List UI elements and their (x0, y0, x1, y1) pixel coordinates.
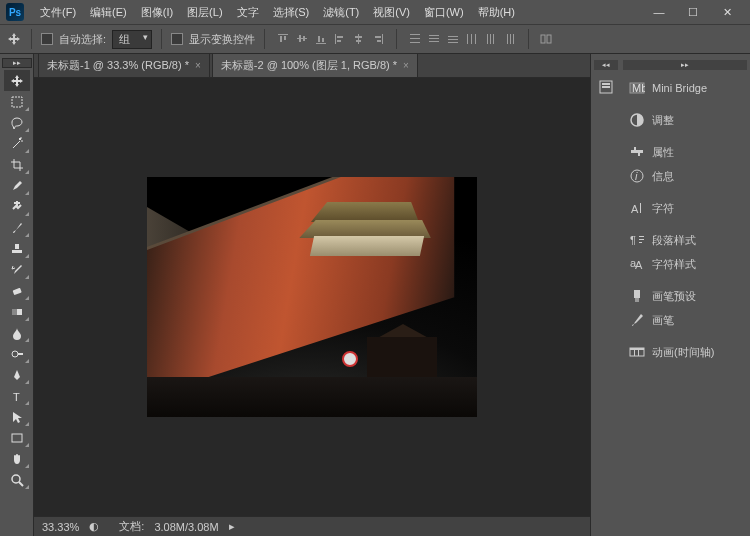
panel-brush[interactable]: 画笔 (620, 308, 750, 332)
right-collapse-2[interactable]: ▸▸ (623, 60, 747, 70)
panel-para[interactable]: ¶段落样式 (620, 228, 750, 252)
status-preview-icon[interactable]: ◐ (89, 520, 99, 533)
svg-rect-26 (448, 42, 458, 43)
tab-doc-1[interactable]: 未标题-1 @ 33.3% (RGB/8) *× (38, 53, 210, 77)
menu-help[interactable]: 帮助(H) (472, 2, 521, 23)
align-right-icon[interactable] (369, 30, 387, 48)
svg-rect-12 (358, 34, 359, 44)
align-left-icon[interactable] (331, 30, 349, 48)
panel-label: 信息 (652, 169, 674, 184)
heal-tool[interactable] (4, 196, 30, 217)
svg-rect-10 (337, 36, 343, 38)
cstyle-icon: aA (628, 256, 646, 272)
panel-info[interactable]: i信息 (620, 164, 750, 188)
status-menu-icon[interactable]: ▸ (229, 520, 235, 533)
stamp-tool[interactable] (4, 238, 30, 259)
blur-tool[interactable] (4, 322, 30, 343)
panel-cstyle[interactable]: aA字符样式 (620, 252, 750, 276)
maximize-button[interactable]: ☐ (680, 5, 706, 19)
wand-tool[interactable] (4, 133, 30, 154)
panel-char[interactable]: A字符 (620, 196, 750, 220)
auto-select-target[interactable]: 组 (112, 30, 152, 49)
panel-adjust[interactable]: 调整 (620, 108, 750, 132)
tab-doc-1-label: 未标题-1 @ 33.3% (RGB/8) * (47, 58, 189, 73)
svg-rect-28 (471, 34, 472, 44)
svg-rect-30 (487, 34, 488, 44)
menu-select[interactable]: 选择(S) (267, 2, 316, 23)
panel-timeline[interactable]: 动画(时间轴) (620, 340, 750, 364)
minimize-button[interactable]: — (646, 5, 672, 19)
menu-edit[interactable]: 编辑(E) (84, 2, 133, 23)
panel-props[interactable]: 属性 (620, 140, 750, 164)
menu-window[interactable]: 窗口(W) (418, 2, 470, 23)
tool-collapse-toggle[interactable]: ▸▸ (2, 58, 32, 68)
menu-image[interactable]: 图像(I) (135, 2, 179, 23)
svg-rect-45 (12, 309, 17, 315)
svg-rect-33 (507, 34, 508, 44)
menu-view[interactable]: 视图(V) (367, 2, 416, 23)
dist-vcenter-icon[interactable] (425, 30, 443, 48)
align-bottom-icon[interactable] (312, 30, 330, 48)
dist-left-icon[interactable] (463, 30, 481, 48)
panel-mb[interactable]: MbMini Bridge (620, 76, 750, 100)
svg-rect-59 (634, 147, 636, 150)
align-top-icon[interactable] (274, 30, 292, 48)
svg-rect-15 (382, 34, 383, 44)
align-vcenter-icon[interactable] (293, 30, 311, 48)
svg-rect-29 (475, 34, 476, 44)
options-bar: 自动选择: 组 显示变换控件 (0, 24, 750, 54)
doc-size-label: 文档: (119, 519, 144, 534)
close-button[interactable]: ✕ (714, 5, 740, 19)
dist-top-icon[interactable] (406, 30, 424, 48)
dist-right-icon[interactable] (501, 30, 519, 48)
svg-rect-21 (429, 35, 439, 36)
close-tab-1-icon[interactable]: × (195, 60, 201, 71)
svg-rect-11 (337, 40, 341, 42)
path-select-tool[interactable] (4, 406, 30, 427)
brush-tool[interactable] (4, 217, 30, 238)
show-transform-checkbox[interactable] (171, 33, 183, 45)
pen-tool[interactable] (4, 364, 30, 385)
svg-rect-4 (299, 35, 301, 42)
svg-rect-43 (12, 287, 21, 294)
type-tool[interactable]: T (4, 385, 30, 406)
auto-select-checkbox[interactable] (41, 33, 53, 45)
move-tool[interactable] (4, 70, 30, 91)
menu-layer[interactable]: 图层(L) (181, 2, 228, 23)
panel-preset[interactable]: 画笔预设 (620, 284, 750, 308)
history-brush-tool[interactable] (4, 259, 30, 280)
marquee-tool[interactable] (4, 91, 30, 112)
svg-rect-64 (640, 203, 641, 213)
dodge-tool[interactable] (4, 343, 30, 364)
distribute-group (406, 30, 519, 48)
svg-text:A: A (631, 203, 639, 215)
svg-rect-42 (12, 250, 22, 253)
menu-type[interactable]: 文字 (231, 2, 265, 23)
canvas[interactable] (147, 177, 477, 417)
timeline-icon (628, 344, 646, 360)
zoom-tool[interactable] (4, 469, 30, 490)
zoom-value[interactable]: 33.33% (42, 521, 79, 533)
close-tab-2-icon[interactable]: × (403, 60, 409, 71)
right-collapse-1[interactable]: ◂◂ (594, 60, 618, 70)
menu-file[interactable]: 文件(F) (34, 2, 82, 23)
align-hcenter-icon[interactable] (350, 30, 368, 48)
panel-label: 属性 (652, 145, 674, 160)
menu-filter[interactable]: 滤镜(T) (317, 2, 365, 23)
svg-rect-60 (638, 153, 640, 156)
history-panel-icon[interactable] (595, 76, 617, 98)
shape-tool[interactable] (4, 427, 30, 448)
gradient-tool[interactable] (4, 301, 30, 322)
hand-tool[interactable] (4, 448, 30, 469)
auto-align-icon[interactable] (538, 30, 556, 48)
lasso-tool[interactable] (4, 112, 30, 133)
svg-rect-13 (355, 36, 362, 38)
eyedropper-tool[interactable] (4, 175, 30, 196)
crop-tool[interactable] (4, 154, 30, 175)
canvas-viewport[interactable] (34, 78, 590, 516)
tab-doc-2[interactable]: 未标题-2 @ 100% (图层 1, RGB/8) *× (212, 53, 418, 77)
svg-rect-53 (602, 83, 610, 85)
dist-hcenter-icon[interactable] (482, 30, 500, 48)
eraser-tool[interactable] (4, 280, 30, 301)
dist-bottom-icon[interactable] (444, 30, 462, 48)
